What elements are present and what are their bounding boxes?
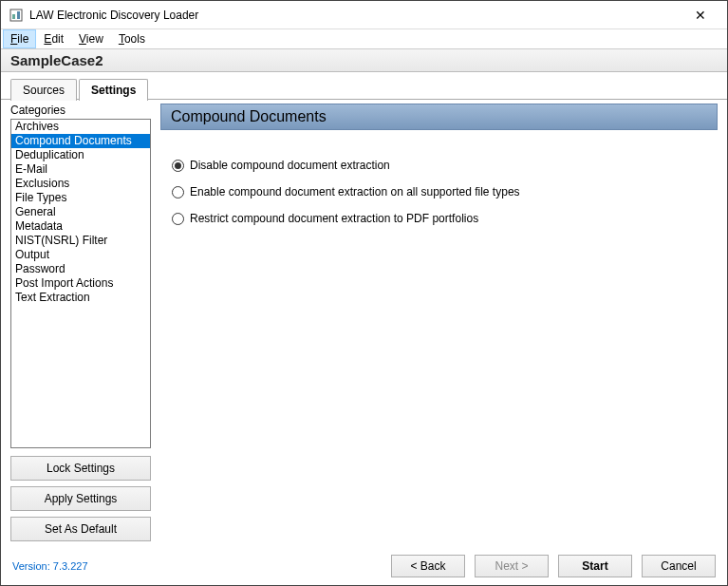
radio-label: Restrict compound document extraction to… [190,212,478,225]
case-title: SampleCase2 [10,52,103,68]
category-item[interactable]: Password [11,262,150,276]
svg-rect-2 [17,11,20,19]
category-item[interactable]: Post Import Actions [11,276,150,291]
main-panel: Compound Documents Disable compound docu… [160,104,718,541]
category-item[interactable]: Deduplication [11,148,150,162]
radio-option[interactable]: Disable compound document extraction [172,159,706,172]
set-as-default-button[interactable]: Set As Default [10,517,151,541]
radio-label: Enable compound document extraction on a… [190,185,520,198]
tab-sources[interactable]: Sources [10,79,77,101]
menubar: File Edit View Tools [1,29,727,48]
category-item[interactable]: E-Mail [11,162,150,177]
lock-settings-button[interactable]: Lock Settings [10,456,151,481]
category-item[interactable]: Exclusions [11,177,150,191]
radio-icon [172,186,184,198]
menu-file[interactable]: File [3,29,36,48]
category-item[interactable]: Compound Documents [11,134,150,148]
titlebar: LAW Electronic Discovery Loader ✕ [1,1,727,29]
category-item[interactable]: File Types [11,191,150,205]
radio-option[interactable]: Restrict compound document extraction to… [172,212,706,225]
compound-documents-options: Disable compound document extractionEnab… [160,130,718,541]
sidebar-buttons: Lock Settings Apply Settings Set As Defa… [10,456,151,541]
apply-settings-button[interactable]: Apply Settings [10,486,151,511]
close-button[interactable]: ✕ [681,8,719,23]
window-title: LAW Electronic Discovery Loader [29,9,681,22]
category-item[interactable]: NIST(NSRL) Filter [11,234,150,248]
menu-edit[interactable]: Edit [36,29,71,48]
app-window: LAW Electronic Discovery Loader ✕ File E… [0,0,728,586]
svg-rect-0 [10,9,22,21]
version-label: Version: 7.3.227 [12,560,391,572]
categories-sidebar: Categories ArchivesCompound DocumentsDed… [10,104,151,541]
menu-tools[interactable]: Tools [111,29,153,48]
category-item[interactable]: Metadata [11,219,150,234]
panel-header: Compound Documents [160,104,718,130]
radio-label: Disable compound document extraction [190,159,390,172]
start-button[interactable]: Start [558,555,632,577]
wizard-buttons: < Back Next > Start Cancel [391,555,716,577]
category-item[interactable]: Output [11,248,150,262]
footer: Version: 7.3.227 < Back Next > Start Can… [1,547,727,585]
categories-label: Categories [10,104,151,117]
categories-listbox[interactable]: ArchivesCompound DocumentsDeduplicationE… [10,119,151,448]
radio-icon [172,213,184,225]
menu-view[interactable]: View [71,29,111,48]
radio-icon [172,160,184,172]
case-bar: SampleCase2 [1,48,727,72]
svg-rect-1 [12,14,15,19]
next-button[interactable]: Next > [475,555,549,577]
tabs-row: Sources Settings [1,72,727,100]
cancel-button[interactable]: Cancel [642,555,716,577]
tab-settings[interactable]: Settings [79,79,148,101]
app-icon [9,8,24,23]
radio-option[interactable]: Enable compound document extraction on a… [172,185,706,198]
category-item[interactable]: Archives [11,120,150,134]
back-button[interactable]: < Back [391,555,465,577]
content-area: Categories ArchivesCompound DocumentsDed… [1,99,727,547]
category-item[interactable]: General [11,205,150,219]
category-item[interactable]: Text Extraction [11,291,150,305]
